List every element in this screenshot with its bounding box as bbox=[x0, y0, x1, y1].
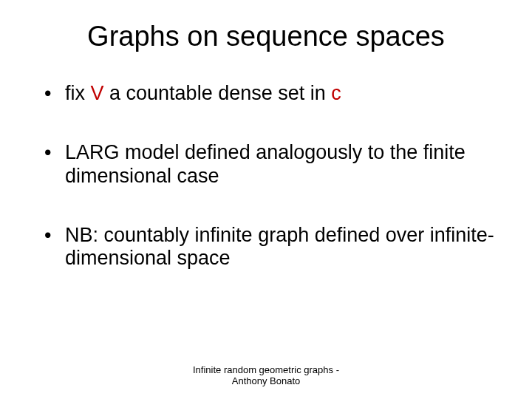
bullet-1-mid: a countable dense set in bbox=[104, 82, 332, 104]
footer-line-1: Infinite random geometric graphs - bbox=[0, 364, 532, 376]
bullet-1-pre: fix bbox=[65, 82, 91, 104]
bullet-item-1: fix V a countable dense set in c bbox=[44, 82, 495, 106]
slide-footer: Infinite random geometric graphs - Antho… bbox=[0, 364, 532, 387]
footer-line-2: Anthony Bonato bbox=[0, 375, 532, 387]
bullet-item-2: LARG model defined analogously to the fi… bbox=[44, 141, 495, 188]
bullet-1-c: c bbox=[331, 82, 341, 104]
bullet-1-v: V bbox=[91, 82, 104, 104]
bullet-3-text: NB: countably infinite graph defined ove… bbox=[65, 224, 494, 270]
bullet-2-text: LARG model defined analogously to the fi… bbox=[65, 141, 466, 187]
bullet-list: fix V a countable dense set in c LARG mo… bbox=[37, 82, 495, 270]
slide: Graphs on sequence spaces fix V a counta… bbox=[0, 0, 532, 399]
slide-title: Graphs on sequence spaces bbox=[37, 21, 495, 52]
bullet-item-3: NB: countably infinite graph defined ove… bbox=[44, 224, 495, 271]
